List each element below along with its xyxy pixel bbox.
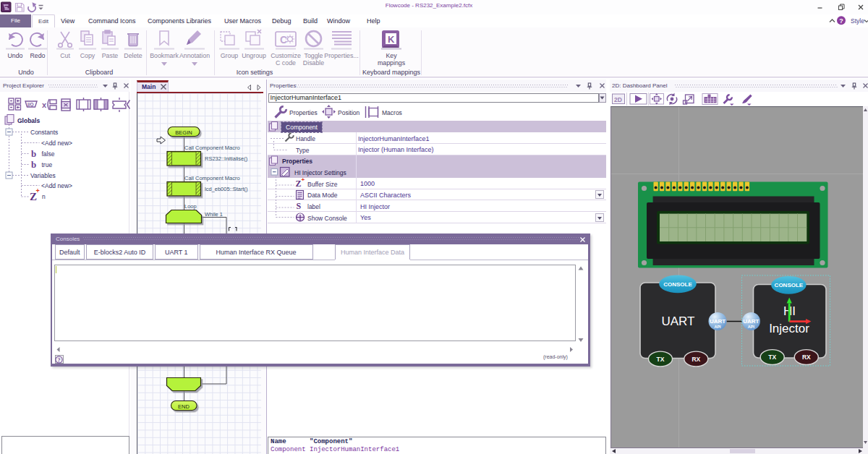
- svg-text:x: x: [42, 100, 47, 109]
- svg-text:While 1: While 1: [205, 211, 223, 218]
- svg-text:TX: TX: [768, 354, 776, 361]
- svg-text:CONSOLE: CONSOLE: [663, 281, 692, 288]
- svg-text:n: n: [42, 193, 46, 200]
- svg-text:Variables: Variables: [30, 172, 56, 179]
- svg-text:RX: RX: [802, 354, 811, 361]
- svg-text:I/O: I/O: [27, 102, 34, 107]
- svg-text:UART: UART: [662, 314, 695, 328]
- svg-text:BEGIN: BEGIN: [175, 129, 192, 136]
- svg-text:CONSOLE: CONSOLE: [775, 282, 804, 288]
- svg-text:false: false: [42, 150, 55, 158]
- svg-text:+: +: [36, 187, 40, 194]
- svg-text:Loop: Loop: [184, 203, 197, 210]
- svg-text:lcd_eb005::Start(): lcd_eb005::Start(): [205, 186, 248, 192]
- svg-text:C: C: [280, 34, 287, 46]
- svg-text:<Add new>: <Add new>: [41, 140, 72, 147]
- svg-text:Call Component Macro: Call Component Macro: [184, 145, 240, 151]
- svg-text:Globals: Globals: [17, 117, 40, 124]
- svg-text:<Add new>: <Add new>: [41, 182, 72, 189]
- svg-text:TX: TX: [657, 356, 665, 363]
- svg-text:Z: Z: [296, 179, 302, 189]
- svg-text:b: b: [31, 148, 36, 159]
- svg-text:S: S: [297, 201, 302, 211]
- svg-text:Injector: Injector: [769, 322, 809, 335]
- svg-text:Call Component Macro: Call Component Macro: [184, 175, 240, 181]
- svg-text:Constants: Constants: [30, 129, 58, 136]
- svg-text:true: true: [42, 161, 53, 168]
- svg-text:RS232::Initialise(): RS232::Initialise(): [205, 155, 248, 162]
- svg-text:+: +: [302, 176, 305, 183]
- svg-text:RX: RX: [692, 356, 700, 363]
- svg-text:API: API: [748, 325, 755, 329]
- svg-text:API: API: [714, 325, 721, 329]
- svg-text:Style: Style: [851, 17, 864, 25]
- svg-text:K: K: [388, 34, 395, 45]
- svg-text:?: ?: [839, 17, 843, 25]
- svg-text:END: END: [178, 403, 190, 410]
- svg-text:?: ?: [58, 356, 61, 363]
- svg-text:b: b: [31, 159, 36, 170]
